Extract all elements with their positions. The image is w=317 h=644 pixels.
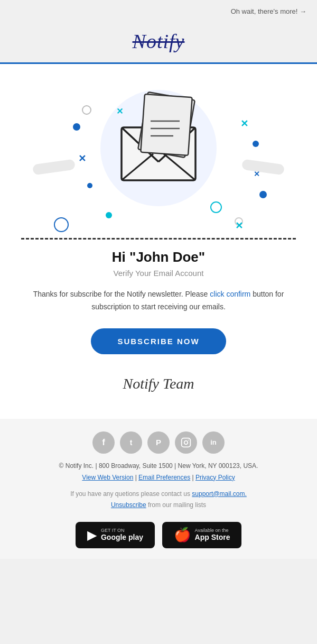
svg-point-12 — [188, 439, 189, 440]
apple-icon: 🍎 — [174, 527, 191, 543]
footer-links: View Web Version | Email Preferences | P… — [11, 474, 306, 481]
unsubscribe-link[interactable]: Unsubscribe — [111, 501, 146, 509]
subscribe-button[interactable]: SUBSCRIBE NOW — [91, 328, 226, 354]
subtitle-text: Verify Your Email Account — [21, 269, 296, 278]
greeting-heading: Hi "John Doe" — [21, 249, 296, 265]
instagram-icon[interactable] — [175, 431, 197, 454]
dot-blue-4 — [259, 191, 267, 198]
footer: f t P in © Notify Inc. | 800 Broadway, S… — [0, 419, 317, 559]
cross-2: ✕ — [78, 153, 86, 164]
svg-point-11 — [184, 440, 188, 444]
google-play-button[interactable]: ▶ GET IT ON Google play — [76, 522, 155, 548]
app-store-text: Available on the App Store — [195, 528, 230, 542]
cross-5: ✕ — [235, 220, 243, 232]
dot-cyan-1 — [106, 212, 112, 218]
privacy-policy-link[interactable]: Privacy Policy — [195, 474, 235, 481]
outline-circle-1 — [54, 217, 69, 232]
outline-circle-2 — [210, 201, 222, 213]
body-text: Thanks for subscribe for the Notify news… — [21, 288, 296, 314]
view-web-link[interactable]: View Web Version — [82, 474, 133, 481]
app-store-button[interactable]: 🍎 Available on the App Store — [162, 522, 241, 548]
pill-right — [241, 159, 285, 176]
footer-address: © Notify Inc. | 800 Broadway, Suite 1500… — [11, 462, 306, 470]
brand-logo: Notify — [0, 30, 317, 53]
logo-area: Notify — [0, 22, 317, 62]
content-section: Hi "John Doe" Verify Your Email Account … — [0, 244, 317, 403]
twitter-icon[interactable]: t — [120, 431, 142, 454]
main-card: ✕ ✕ ✕ ✕ ✕ — [0, 64, 317, 419]
svg-rect-4 — [141, 94, 192, 155]
social-icons-row: f t P in — [11, 431, 306, 454]
dot-blue-2 — [87, 183, 92, 188]
signature-text: Notify Team — [21, 375, 296, 392]
cross-4: ✕ — [254, 170, 260, 178]
envelope-icon — [106, 85, 211, 191]
google-play-icon: ▶ — [87, 528, 97, 542]
dot-blue-1 — [73, 123, 80, 131]
cross-3: ✕ — [240, 118, 248, 130]
email-preferences-link[interactable]: Email Preferences — [138, 474, 190, 481]
hero-illustration: ✕ ✕ ✕ ✕ ✕ — [0, 64, 317, 244]
facebook-icon[interactable]: f — [92, 431, 115, 454]
linkedin-icon[interactable]: in — [202, 431, 225, 454]
footer-contact: If you have any quetions please contact … — [11, 489, 306, 511]
google-play-text: GET IT ON Google play — [101, 528, 143, 542]
support-email-link[interactable]: support@mail.com. — [192, 490, 247, 498]
more-link[interactable]: Oh wait, there's more! → — [231, 7, 306, 15]
top-bar: Oh wait, there's more! → — [0, 0, 317, 22]
app-buttons-row: ▶ GET IT ON Google play 🍎 Available on t… — [11, 522, 306, 548]
svg-rect-10 — [182, 438, 191, 447]
dashed-divider — [21, 238, 296, 240]
pill-left — [32, 159, 76, 176]
dot-blue-3 — [253, 141, 259, 147]
outline-circle-3 — [82, 105, 91, 115]
pinterest-icon[interactable]: P — [147, 431, 170, 454]
confirm-link[interactable]: click confirm — [210, 290, 250, 298]
